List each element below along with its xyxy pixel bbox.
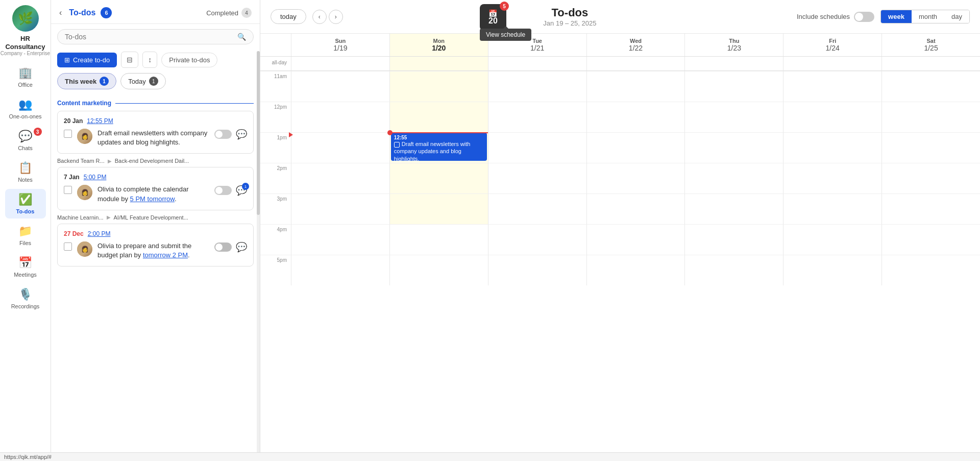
cell-sat-12[interactable]: [881, 102, 980, 132]
cell-fri-12[interactable]: [783, 102, 881, 132]
cell-sun-12[interactable]: [291, 102, 389, 132]
breadcrumb-link-2b[interactable]: Back-end Development Dail...: [115, 158, 189, 164]
filter-button[interactable]: ⊟: [121, 52, 138, 68]
cell-wed-1[interactable]: [586, 132, 685, 163]
cal-btn-inner[interactable]: 📅20 5: [480, 4, 506, 31]
cell-sun-1[interactable]: [291, 132, 389, 163]
sidebar-item-meetings[interactable]: 📅 Meetings: [5, 252, 46, 282]
cell-sun-2[interactable]: [291, 163, 389, 193]
prev-arrow[interactable]: ‹: [312, 10, 327, 24]
calendar-toggle-btn[interactable]: 📅20 5: [480, 4, 506, 31]
view-tab-day[interactable]: day: [944, 10, 969, 23]
cell-wed-2[interactable]: [586, 163, 685, 193]
todo-link-2[interactable]: 5 PM tomorrow: [130, 195, 175, 203]
cell-mon-11[interactable]: [389, 71, 488, 102]
cell-sat-1[interactable]: [881, 132, 980, 163]
sidebar-item-files[interactable]: 📁 Files: [5, 221, 46, 250]
app-logo[interactable]: 🌿: [12, 5, 39, 32]
cell-thu-2[interactable]: [684, 163, 783, 193]
chat-button-2[interactable]: 💬 1: [236, 185, 247, 196]
todo-checkbox-2[interactable]: [64, 186, 72, 194]
cell-thu-5[interactable]: [684, 255, 783, 285]
next-arrow[interactable]: ›: [329, 10, 343, 24]
sidebar-item-office[interactable]: 🏢 Office: [5, 62, 46, 92]
cell-mon-12[interactable]: [389, 102, 488, 132]
today-button[interactable]: today: [271, 9, 306, 24]
cell-sat-11[interactable]: [881, 71, 980, 102]
cell-wed-11[interactable]: [586, 71, 685, 102]
cell-mon-4[interactable]: [389, 224, 488, 255]
scroll-bar[interactable]: [257, 51, 260, 461]
cell-thu-1[interactable]: [684, 132, 783, 163]
cell-wed-12[interactable]: [586, 102, 685, 132]
sidebar-item-chats[interactable]: 3 💬 Chats: [5, 126, 46, 155]
cell-thu-11[interactable]: [684, 71, 783, 102]
cell-sun-5[interactable]: [291, 255, 389, 285]
todo-checkbox-3[interactable]: [64, 242, 72, 251]
toggle-btn-1[interactable]: [214, 130, 232, 139]
todo-checkbox-1[interactable]: [64, 130, 72, 138]
cell-tue-11[interactable]: [488, 71, 586, 102]
toggle-btn-3[interactable]: [214, 242, 232, 252]
cell-fri-5[interactable]: [783, 255, 881, 285]
cell-mon-5[interactable]: [389, 255, 488, 285]
view-tab-month[interactable]: month: [912, 10, 944, 23]
completed-button[interactable]: Completed 4: [206, 8, 252, 18]
cell-tue-5[interactable]: [488, 255, 586, 285]
cell-fri-11[interactable]: [783, 71, 881, 102]
cell-sat-2[interactable]: [881, 163, 980, 193]
sidebar-item-one-on-ones[interactable]: 👥 One-on-ones: [5, 94, 46, 124]
todos-icon: ✅: [18, 193, 32, 206]
calendar-event-1[interactable]: 12:55 Draft email newsletters with compa…: [391, 133, 487, 161]
cell-tue-2[interactable]: [488, 163, 586, 193]
tab-today[interactable]: Today 1: [120, 73, 166, 89]
sidebar-item-recordings[interactable]: 🎙️ Recordings: [5, 284, 46, 313]
cell-sun-4[interactable]: [291, 224, 389, 255]
cell-mon-3[interactable]: [389, 193, 488, 224]
cell-wed-4[interactable]: [586, 224, 685, 255]
search-bar[interactable]: 🔍: [57, 29, 254, 44]
toggle-btn-2[interactable]: [214, 186, 232, 195]
cell-sat-3[interactable]: [881, 193, 980, 224]
cell-tue-12[interactable]: [488, 102, 586, 132]
cell-sat-4[interactable]: [881, 224, 980, 255]
cell-thu-4[interactable]: [684, 224, 783, 255]
sidebar-item-label-todos: To-dos: [16, 208, 35, 214]
include-schedules-toggle[interactable]: [854, 12, 874, 22]
todo-time-3[interactable]: 2:00 PM: [88, 230, 111, 237]
back-arrow[interactable]: ‹: [59, 8, 62, 17]
cell-mon-2[interactable]: [389, 163, 488, 193]
cell-thu-12[interactable]: [684, 102, 783, 132]
cell-fri-3[interactable]: [783, 193, 881, 224]
private-todos-button[interactable]: Private to-dos: [161, 53, 217, 67]
todo-time-1[interactable]: 12:55 PM: [87, 117, 113, 125]
cell-sun-11[interactable]: [291, 71, 389, 102]
cell-mon-1[interactable]: 12:55 Draft email newsletters with compa…: [389, 132, 488, 163]
create-todo-button[interactable]: ⊞ Create to-do: [57, 53, 117, 67]
cell-tue-1[interactable]: [488, 132, 586, 163]
cell-fri-4[interactable]: [783, 224, 881, 255]
todo-time-2[interactable]: 5:00 PM: [84, 174, 107, 181]
tab-this-week[interactable]: This week 1: [57, 73, 116, 89]
view-tab-week[interactable]: week: [881, 10, 912, 23]
cell-fri-2[interactable]: [783, 163, 881, 193]
cell-thu-3[interactable]: [684, 193, 783, 224]
cell-wed-5[interactable]: [586, 255, 685, 285]
sidebar-item-notes[interactable]: 📋 Notes: [5, 157, 46, 187]
cell-sat-5[interactable]: [881, 255, 980, 285]
cell-wed-3[interactable]: [586, 193, 685, 224]
todo-link-3[interactable]: tomorrow 2 PM: [143, 251, 188, 259]
cell-fri-1[interactable]: [783, 132, 881, 163]
breadcrumb-link-3a[interactable]: Machine Learnin...: [57, 214, 104, 221]
cell-tue-4[interactable]: [488, 224, 586, 255]
breadcrumb-link-2a[interactable]: Backend Team R...: [57, 158, 105, 164]
breadcrumb-link-3b[interactable]: AI/ML Feature Development...: [114, 214, 188, 221]
chat-button-3[interactable]: 💬: [236, 241, 247, 253]
avatar-img-3: 👩: [77, 241, 92, 257]
cell-tue-3[interactable]: [488, 193, 586, 224]
sidebar-item-todos[interactable]: ✅ To-dos: [5, 189, 46, 219]
chat-button-1[interactable]: 💬: [236, 129, 247, 140]
search-input[interactable]: [65, 33, 237, 41]
cell-sun-3[interactable]: [291, 193, 389, 224]
sort-button[interactable]: ↕: [142, 52, 157, 68]
